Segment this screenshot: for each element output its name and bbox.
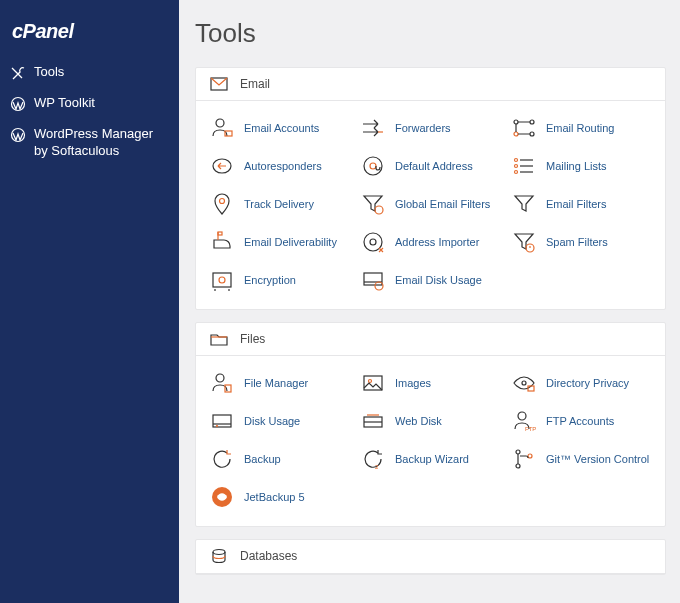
tile-label: Address Importer [395, 236, 479, 248]
svg-point-20 [375, 206, 383, 214]
drive-icon [361, 409, 385, 433]
tile-label: Email Disk Usage [395, 274, 482, 286]
panel-files: Files File Manager Images Directory Priv… [195, 322, 666, 527]
tile-email-disk-usage[interactable]: Email Disk Usage [357, 261, 504, 299]
panel-email: Email Email Accounts Forwarders Email Ro… [195, 67, 666, 310]
svg-point-3 [216, 119, 224, 127]
tile-jetbackup[interactable]: JetBackup 5 [206, 478, 353, 516]
svg-point-17 [515, 165, 518, 168]
tile-label: Spam Filters [546, 236, 608, 248]
tile-directory-privacy[interactable]: Directory Privacy [508, 364, 655, 402]
main-content: Tools Email Email Accounts [179, 0, 680, 603]
svg-point-7 [530, 120, 534, 124]
ftp-icon: FTP [512, 409, 536, 433]
panel-email-header[interactable]: Email [196, 68, 665, 101]
funnel-icon [512, 192, 536, 216]
wordpress-icon [10, 96, 26, 112]
tile-label: Global Email Filters [395, 198, 490, 210]
svg-point-33 [375, 282, 383, 290]
sidebar-item-wordpress-manager[interactable]: WordPress Manager by Softaculous [0, 119, 179, 167]
svg-point-19 [220, 199, 225, 204]
tile-label: Track Delivery [244, 198, 314, 210]
tile-label: Directory Privacy [546, 377, 629, 389]
tile-file-manager[interactable]: File Manager [206, 364, 353, 402]
svg-point-8 [514, 132, 518, 136]
panel-databases-header[interactable]: Databases [196, 540, 665, 574]
tile-label: Autoresponders [244, 160, 322, 172]
tile-autoresponders[interactable]: Autoresponders [206, 147, 353, 185]
panel-email-body: Email Accounts Forwarders Email Routing … [196, 101, 665, 309]
panel-title: Email [240, 77, 270, 91]
tile-label: Default Address [395, 160, 473, 172]
tile-email-filters[interactable]: Email Filters [508, 185, 655, 223]
tile-images[interactable]: Images [357, 364, 504, 402]
wizard-icon: 2 [361, 447, 385, 471]
tile-label: Backup Wizard [395, 453, 469, 465]
panel-title: Files [240, 332, 265, 346]
tile-git-version-control[interactable]: Git™ Version Control [508, 440, 655, 478]
tile-disk-usage[interactable]: Disk Usage [206, 402, 353, 440]
panel-files-header[interactable]: Files [196, 323, 665, 356]
disk-icon [210, 409, 234, 433]
image-icon [361, 371, 385, 395]
tile-label: Email Routing [546, 122, 614, 134]
sidebar-item-wp-toolkit[interactable]: WP Toolkit [0, 88, 179, 119]
tile-encryption[interactable]: Encryption [206, 261, 353, 299]
tile-email-accounts[interactable]: Email Accounts [206, 109, 353, 147]
svg-point-51 [516, 464, 520, 468]
svg-rect-22 [218, 232, 222, 235]
tile-spam-filters[interactable]: Spam Filters [508, 223, 655, 261]
tile-email-routing[interactable]: Email Routing [508, 109, 655, 147]
tile-label: Backup [244, 453, 281, 465]
svg-point-28 [219, 277, 225, 283]
tile-label: Forwarders [395, 122, 451, 134]
wordpress-icon [10, 127, 26, 143]
at-import-icon [361, 230, 385, 254]
email-icon [210, 77, 228, 91]
panel-title: Databases [240, 549, 297, 563]
svg-point-9 [530, 132, 534, 136]
tile-label: Web Disk [395, 415, 442, 427]
panel-databases: Databases [195, 539, 666, 575]
tile-backup[interactable]: Backup [206, 440, 353, 478]
tile-label: Email Deliverability [244, 236, 337, 248]
tile-default-address[interactable]: Default Address [357, 147, 504, 185]
tile-ftp-accounts[interactable]: FTP FTP Accounts [508, 402, 655, 440]
tile-forwarders[interactable]: Forwarders [357, 109, 504, 147]
jetbackup-icon [210, 485, 234, 509]
svg-point-24 [370, 239, 376, 245]
tile-label: Git™ Version Control [546, 453, 649, 465]
folder-icon [210, 332, 228, 346]
tile-label: JetBackup 5 [244, 491, 305, 503]
list-icon [512, 154, 536, 178]
user-icon [210, 116, 234, 140]
eye-lock-icon [512, 371, 536, 395]
sidebar: cPanel Tools WP Toolkit WordPress Manage… [0, 0, 179, 603]
sidebar-item-label: Tools [34, 64, 64, 81]
at-icon [361, 154, 385, 178]
svg-point-50 [516, 450, 520, 454]
tile-web-disk[interactable]: Web Disk [357, 402, 504, 440]
reply-icon [210, 154, 234, 178]
tile-address-importer[interactable]: Address Importer [357, 223, 504, 261]
tile-mailing-lists[interactable]: Mailing Lists [508, 147, 655, 185]
sidebar-item-label: WP Toolkit [34, 95, 95, 112]
database-icon [210, 549, 228, 563]
sidebar-item-tools[interactable]: Tools [0, 57, 179, 88]
tile-email-deliverability[interactable]: Email Deliverability [206, 223, 353, 261]
svg-point-54 [213, 550, 225, 555]
tile-track-delivery[interactable]: Track Delivery [206, 185, 353, 223]
user-file-icon [210, 371, 234, 395]
tile-backup-wizard[interactable]: 2 Backup Wizard [357, 440, 504, 478]
tile-label: File Manager [244, 377, 308, 389]
tile-global-email-filters[interactable]: Global Email Filters [357, 185, 504, 223]
tile-label: Encryption [244, 274, 296, 286]
svg-point-52 [528, 454, 532, 458]
svg-point-38 [369, 380, 372, 383]
svg-point-18 [515, 171, 518, 174]
funnel-globe-icon [361, 192, 385, 216]
svg-rect-41 [213, 415, 231, 427]
svg-point-35 [216, 374, 224, 382]
tools-icon [10, 65, 26, 81]
tile-label: Disk Usage [244, 415, 300, 427]
